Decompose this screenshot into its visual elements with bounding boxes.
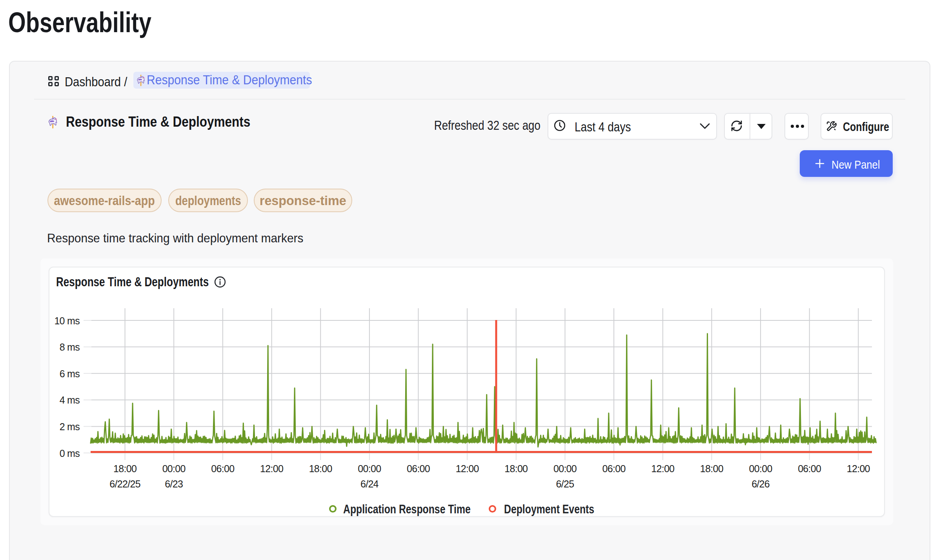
svg-text:18:00: 18:00 [700,463,723,474]
svg-text:12:00: 12:00 [651,463,674,474]
svg-text:12:00: 12:00 [456,463,479,474]
svg-text:00:00: 00:00 [162,463,186,474]
svg-text:18:00: 18:00 [309,463,332,474]
svg-text:00:00: 00:00 [553,463,577,474]
svg-text:4 ms: 4 ms [60,395,80,405]
svg-text:6/26: 6/26 [752,478,770,489]
svg-text:18:00: 18:00 [504,463,528,474]
svg-text:12:00: 12:00 [260,463,283,474]
svg-text:6/22/25: 6/22/25 [109,478,140,489]
svg-text:00:00: 00:00 [358,463,381,474]
svg-text:6/23: 6/23 [165,478,183,489]
svg-text:6/25: 6/25 [556,478,574,489]
svg-text:18:00: 18:00 [113,463,136,474]
svg-text:8 ms: 8 ms [60,342,80,353]
svg-text:00:00: 00:00 [749,463,772,474]
svg-text:06:00: 06:00 [798,463,821,474]
svg-text:6 ms: 6 ms [60,368,80,379]
svg-text:0 ms: 0 ms [60,448,80,459]
svg-text:6/24: 6/24 [360,478,379,489]
svg-text:12:00: 12:00 [847,463,870,474]
svg-text:2 ms: 2 ms [60,421,80,432]
svg-text:06:00: 06:00 [407,463,430,474]
svg-text:10 ms: 10 ms [54,315,80,326]
svg-text:06:00: 06:00 [602,463,626,474]
svg-text:06:00: 06:00 [211,463,234,474]
